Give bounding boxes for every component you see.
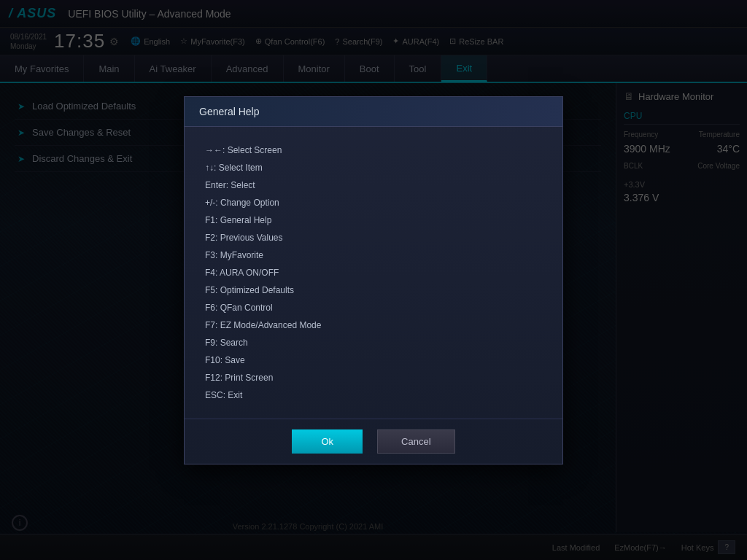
help-line-8: F4: AURA ON/OFF — [205, 264, 542, 281]
help-line-9: F5: Optimized Defaults — [205, 281, 542, 299]
help-line-3: Enter: Select — [205, 176, 542, 194]
modal-dialog: General Help →←: Select Screen ↑↓: Selec… — [184, 96, 563, 464]
modal-footer: Ok Cancel — [185, 419, 562, 464]
help-line-14: F12: Print Screen — [205, 369, 542, 386]
help-line-15: ESC: Exit — [205, 386, 542, 404]
help-line-13: F10: Save — [205, 351, 542, 369]
cancel-button[interactable]: Cancel — [377, 429, 454, 454]
help-line-6: F2: Previous Values — [205, 229, 542, 246]
modal-body: →←: Select Screen ↑↓: Select Item Enter:… — [185, 127, 562, 419]
help-line-1: →←: Select Screen — [205, 141, 542, 159]
help-line-12: F9: Search — [205, 334, 542, 351]
help-line-11: F7: EZ Mode/Advanced Mode — [205, 316, 542, 334]
modal-header: General Help — [185, 97, 562, 127]
modal-overlay: General Help →←: Select Screen ↑↓: Selec… — [0, 0, 747, 560]
help-line-7: F3: MyFavorite — [205, 246, 542, 264]
modal-title: General Help — [199, 106, 260, 117]
help-line-10: F6: QFan Control — [205, 299, 542, 316]
help-line-4: +/-: Change Option — [205, 194, 542, 211]
help-line-2: ↑↓: Select Item — [205, 159, 542, 176]
ok-button[interactable]: Ok — [292, 429, 363, 454]
help-line-5: F1: General Help — [205, 211, 542, 229]
